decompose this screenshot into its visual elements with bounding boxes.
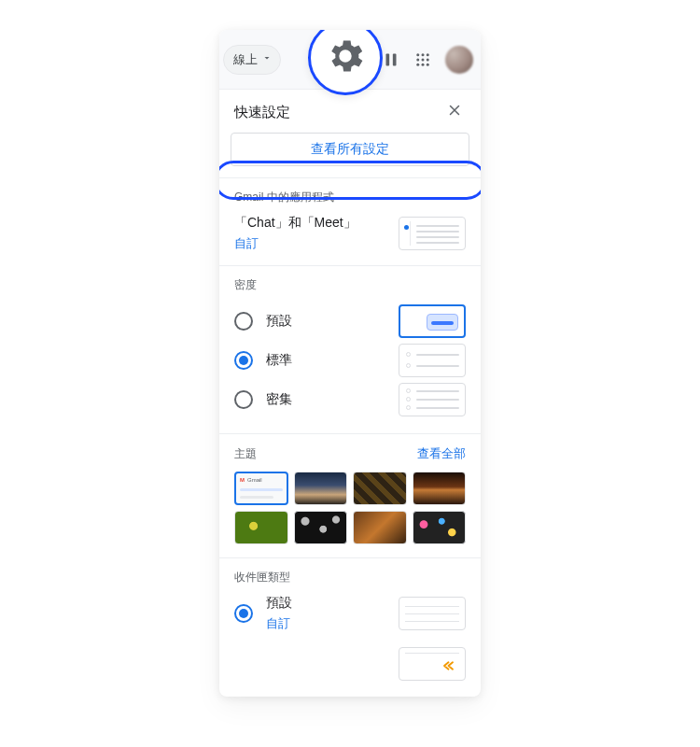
svg-point-12	[427, 63, 429, 65]
theme-tile-autumn[interactable]	[353, 511, 407, 544]
inbox-type-section: 收件匣類型 預設 自訂	[219, 557, 481, 696]
apps-layout-thumbnail[interactable]	[399, 217, 466, 250]
theme-tile-dessert[interactable]	[413, 472, 467, 505]
presence-status-chip[interactable]: 線上	[223, 45, 281, 75]
theme-tile-leaf[interactable]	[234, 511, 288, 544]
theme-grid: MGmail	[234, 472, 466, 544]
panel-titlebar: 快速設定	[219, 90, 481, 133]
inbox-type-heading: 收件匣類型	[234, 570, 466, 585]
svg-point-7	[416, 58, 419, 61]
theme-view-all-link[interactable]: 查看全部	[417, 445, 466, 462]
google-apps-button[interactable]	[404, 41, 441, 78]
inbox-type-next-peek[interactable]	[234, 645, 466, 683]
svg-point-10	[416, 63, 419, 65]
settings-panel-body: 快速設定 查看所有設定 Gmail 中的應用程式 「Chat」和「Meet」 自…	[219, 90, 481, 697]
apps-in-gmail-section: Gmail 中的應用程式 「Chat」和「Meet」 自訂	[219, 177, 481, 265]
svg-point-9	[427, 58, 429, 61]
density-heading: 密度	[234, 277, 466, 293]
theme-tile-bokeh[interactable]	[413, 511, 467, 544]
inbox-tabs-thumbnail	[399, 647, 466, 681]
density-compact-thumbnail	[399, 383, 466, 416]
density-option-default[interactable]: 預設	[234, 303, 466, 340]
chevron-down-icon	[261, 52, 273, 66]
inbox-type-default[interactable]: 預設 自訂	[234, 595, 466, 632]
svg-point-4	[416, 53, 419, 56]
see-all-settings-label: 查看所有設定	[311, 141, 389, 158]
svg-point-6	[427, 53, 429, 56]
see-all-settings-button[interactable]: 查看所有設定	[231, 133, 469, 166]
theme-tile-chess[interactable]	[353, 472, 407, 505]
density-option-compact[interactable]: 密集	[234, 381, 466, 418]
density-compact-label: 密集	[266, 391, 391, 408]
presence-status-label: 線上	[233, 51, 258, 68]
radio-icon	[234, 351, 253, 370]
svg-rect-2	[386, 53, 390, 65]
inbox-default-label: 預設	[266, 595, 391, 612]
apps-chat-meet-row: 「Chat」和「Meet」 自訂	[234, 215, 466, 252]
svg-point-11	[422, 63, 425, 65]
theme-section: 主題 查看全部 MGmail	[219, 433, 481, 557]
apps-customize-link[interactable]: 自訂	[234, 235, 259, 252]
inbox-default-customize-link[interactable]: 自訂	[266, 615, 391, 632]
theme-tile-light[interactable]: MGmail	[234, 472, 288, 505]
theme-heading: 主題	[234, 446, 257, 462]
radio-icon	[234, 604, 253, 623]
density-default-thumbnail	[399, 304, 466, 338]
density-default-label: 預設	[266, 313, 391, 330]
quick-settings-panel: 線上 快速設定	[219, 30, 481, 697]
density-comfortable-thumbnail	[399, 344, 466, 377]
panel-title: 快速設定	[234, 104, 443, 121]
account-avatar[interactable]	[445, 46, 473, 74]
gear-icon	[324, 35, 367, 81]
radio-icon	[234, 312, 253, 331]
all-settings-wrap: 查看所有設定	[219, 133, 481, 177]
apps-section-heading: Gmail 中的應用程式	[234, 190, 466, 205]
density-comfortable-label: 標準	[266, 352, 391, 369]
inbox-default-thumbnail	[399, 597, 466, 630]
close-icon	[446, 102, 463, 122]
svg-point-8	[422, 58, 425, 61]
svg-point-5	[422, 53, 425, 56]
reply-arrow-icon	[439, 657, 455, 670]
apps-chat-meet-label: 「Chat」和「Meet」	[234, 215, 391, 232]
theme-tile-droplets[interactable]	[294, 511, 348, 544]
close-button[interactable]	[443, 101, 466, 123]
density-option-comfortable[interactable]: 標準	[234, 342, 466, 379]
svg-rect-3	[393, 53, 397, 65]
radio-icon	[234, 390, 253, 409]
theme-tile-storm[interactable]	[294, 472, 348, 505]
density-section: 密度 預設 標準 密集	[219, 265, 481, 433]
